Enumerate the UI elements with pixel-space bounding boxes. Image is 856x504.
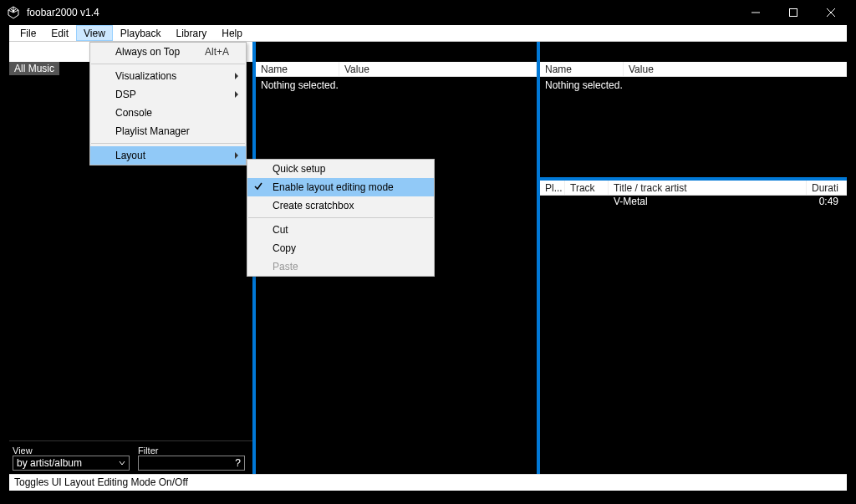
status-bar: Toggles UI Layout Editing Mode On/Off bbox=[9, 474, 847, 491]
menu-quick-setup[interactable]: Quick setup bbox=[247, 160, 434, 178]
view-label: View bbox=[13, 445, 130, 456]
svg-rect-2 bbox=[789, 9, 797, 17]
props2-empty: Nothing selected. bbox=[540, 77, 847, 94]
filter-label: Filter bbox=[138, 445, 245, 456]
view-dropdown: Always on Top Alt+A Visualizations DSP C… bbox=[89, 42, 247, 165]
props2-col-name[interactable]: Name bbox=[540, 62, 624, 76]
menu-always-on-top[interactable]: Always on Top Alt+A bbox=[90, 43, 246, 61]
menu-always-on-top-label: Always on Top bbox=[115, 46, 180, 58]
chevron-down-icon bbox=[119, 457, 125, 469]
menu-layout[interactable]: Layout bbox=[90, 146, 246, 165]
props1-col-value[interactable]: Value bbox=[339, 62, 537, 76]
playlist-col-title[interactable]: Title / track artist bbox=[609, 181, 807, 195]
menu-edit[interactable]: Edit bbox=[43, 25, 76, 41]
playlist-header: Pl... Track no Title / track artist Dura… bbox=[540, 181, 847, 196]
menu-paste-label: Paste bbox=[273, 261, 298, 272]
menu-enable-layout-editing-label: Enable layout editing mode bbox=[273, 181, 394, 193]
all-music-node[interactable]: All Music bbox=[9, 62, 59, 75]
minimize-button[interactable] bbox=[736, 0, 774, 25]
title-bar: foobar2000 v1.4 bbox=[0, 0, 856, 25]
menu-quick-setup-label: Quick setup bbox=[273, 163, 325, 175]
menu-cut-label: Cut bbox=[273, 224, 288, 236]
menu-console[interactable]: Console bbox=[90, 104, 246, 122]
playlist-col-playing[interactable]: Pl... bbox=[540, 181, 565, 195]
props2-col-value[interactable]: Value bbox=[624, 62, 847, 76]
menu-always-on-top-shortcut: Alt+A bbox=[205, 46, 229, 58]
menu-copy[interactable]: Copy bbox=[247, 239, 434, 257]
chevron-right-icon bbox=[234, 89, 239, 100]
filter-hint: ? bbox=[235, 457, 241, 469]
menu-separator bbox=[248, 217, 433, 218]
menu-cut[interactable]: Cut bbox=[247, 221, 434, 239]
menu-separator bbox=[91, 64, 245, 64]
props2-header: Name Value bbox=[540, 62, 847, 77]
right-column: Name Value Nothing selected. Pl... Track… bbox=[540, 42, 847, 474]
check-icon bbox=[254, 181, 262, 193]
status-text: Toggles UI Layout Editing Mode On/Off bbox=[14, 476, 188, 488]
maximize-button[interactable] bbox=[774, 0, 812, 25]
view-select[interactable]: by artist/album bbox=[13, 456, 130, 471]
menu-enable-layout-editing[interactable]: Enable layout editing mode bbox=[247, 178, 434, 196]
filter-input[interactable]: ? bbox=[138, 456, 245, 471]
menu-dsp-label: DSP bbox=[115, 89, 136, 100]
menu-create-scratchbox-label: Create scratchbox bbox=[273, 200, 354, 211]
playlist-row[interactable]: V-Metal 0:49 bbox=[540, 196, 847, 211]
props1-header: Name Value bbox=[256, 62, 537, 77]
app-icon bbox=[7, 6, 20, 19]
menu-layout-label: Layout bbox=[115, 150, 145, 161]
layout-submenu: Quick setup Enable layout editing mode C… bbox=[247, 159, 435, 277]
props1-empty: Nothing selected. bbox=[256, 77, 537, 94]
menu-visualizations[interactable]: Visualizations bbox=[90, 67, 246, 85]
view-select-value: by artist/album bbox=[17, 457, 82, 469]
menu-playlist-manager-label: Playlist Manager bbox=[115, 125, 190, 137]
playlist-row-duration: 0:49 bbox=[807, 196, 847, 211]
window-title: foobar2000 v1.4 bbox=[27, 7, 736, 18]
menu-playback[interactable]: Playback bbox=[113, 25, 169, 41]
props1-col-name[interactable]: Name bbox=[256, 62, 339, 76]
playlist-row-trackno bbox=[540, 196, 609, 211]
library-controls: View by artist/album Filter ? bbox=[9, 440, 252, 474]
menu-console-label: Console bbox=[115, 107, 152, 119]
menu-dsp[interactable]: DSP bbox=[90, 85, 246, 104]
chevron-right-icon bbox=[234, 70, 239, 82]
menu-paste: Paste bbox=[247, 257, 434, 276]
chevron-right-icon bbox=[234, 150, 239, 161]
menu-visualizations-label: Visualizations bbox=[115, 70, 176, 82]
menu-file[interactable]: File bbox=[13, 25, 43, 41]
playlist-col-duration[interactable]: Durati bbox=[807, 181, 847, 195]
menu-bar: File Edit View Playback Library Help bbox=[9, 25, 847, 42]
menu-help[interactable]: Help bbox=[214, 25, 250, 41]
menu-playlist-manager[interactable]: Playlist Manager bbox=[90, 122, 246, 140]
playlist-col-trackno[interactable]: Track no bbox=[565, 181, 609, 195]
menu-view[interactable]: View bbox=[76, 25, 113, 41]
menu-copy-label: Copy bbox=[273, 242, 296, 254]
playlist-row-title: V-Metal bbox=[609, 196, 807, 211]
menu-create-scratchbox[interactable]: Create scratchbox bbox=[247, 196, 434, 215]
close-button[interactable] bbox=[812, 0, 849, 25]
menu-separator bbox=[91, 143, 245, 144]
menu-library[interactable]: Library bbox=[169, 25, 215, 41]
